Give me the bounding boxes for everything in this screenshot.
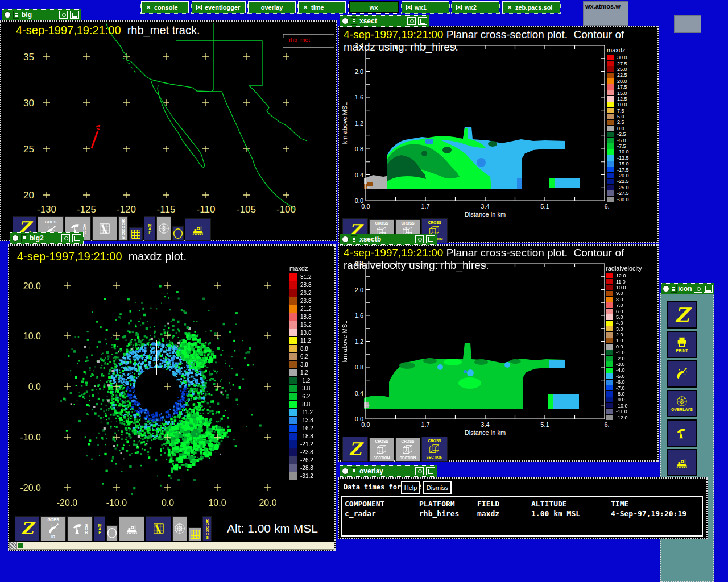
grid-icon[interactable]: [188, 527, 201, 541]
grid-radar-icon-active[interactable]: [146, 516, 171, 541]
svg-text:km above MSL: km above MSL: [341, 102, 348, 144]
colorbar-entry: 25.0: [607, 66, 629, 72]
fold-icon[interactable]: [70, 11, 79, 19]
big2-titlebar[interactable]: big2: [10, 232, 84, 244]
document-icon[interactable]: [351, 235, 357, 243]
xsect-titlebar[interactable]: xsect: [340, 15, 429, 27]
map-plot[interactable]: rhb_met 35302520 -130-125-120-115-110-10…: [11, 23, 334, 215]
document-icon[interactable]: [671, 285, 677, 293]
big2-x-labels: -20.0-10.00.010.020.0: [57, 498, 277, 508]
print-icon[interactable]: PRINT: [667, 331, 697, 358]
window-menu-icon[interactable]: [4, 11, 11, 18]
document-icon[interactable]: [21, 234, 27, 242]
fold-icon[interactable]: [72, 234, 81, 242]
column-header: COMPONENT: [342, 499, 417, 509]
surface-radar-icon[interactable]: SUR: [67, 516, 93, 541]
iconify-icon[interactable]: [415, 235, 424, 243]
grid-icon[interactable]: [129, 227, 143, 241]
radar-rings-icon[interactable]: [156, 216, 171, 241]
help-button[interactable]: Help: [401, 481, 420, 494]
circle-icon[interactable]: [172, 226, 184, 241]
bounds-icon[interactable]: BOUNDS: [118, 216, 128, 241]
colorbar-entry: 23.8: [289, 297, 313, 305]
taskbar-button-console[interactable]: console: [141, 1, 189, 13]
big2-y-labels: 20.010.00.0-10.0-20.0: [20, 281, 42, 493]
table-row[interactable]: c_radar rhb_hires maxdz 1.00 km MSL 4-Se…: [342, 509, 702, 518]
document-icon[interactable]: [13, 11, 19, 19]
document-icon[interactable]: [351, 467, 357, 475]
colorbar-entry: -17.5: [607, 167, 629, 172]
data-times-table[interactable]: COMPONENT PLATFORM FIELD ALTITUDE TIME c…: [341, 496, 703, 537]
cell-altitude: 1.00 km MSL: [529, 509, 609, 518]
taskbar-button-time[interactable]: time: [298, 1, 346, 13]
icon-titlebar[interactable]: icon: [661, 283, 714, 294]
colorbar-entry: -3.0: [606, 361, 642, 367]
overlay-titlebar[interactable]: overlay: [340, 465, 437, 477]
cross-section-icon-active[interactable]: CROSSSECTION: [421, 436, 448, 462]
window-menu-icon[interactable]: [342, 18, 349, 24]
document-icon[interactable]: [351, 17, 357, 25]
window-menu-icon[interactable]: [342, 468, 349, 475]
colorbar-entry: -11.0: [606, 409, 642, 414]
big-window: rhb_met 35302520 -130-125-120-115-110-10…: [0, 20, 337, 241]
colorbar-entry: 9.0: [606, 290, 642, 296]
iconify-icon[interactable]: [407, 17, 416, 25]
taskbar-button-wx1[interactable]: wx1: [402, 1, 449, 13]
bounds-icon[interactable]: BOUNDS: [202, 516, 212, 541]
wx-atmos-window-stub[interactable]: wx.atmos.w: [583, 1, 628, 26]
iconify-icon[interactable]: [59, 11, 68, 19]
scrollbar-thumb[interactable]: [18, 543, 23, 548]
iconify-icon[interactable]: [415, 467, 424, 475]
colorbar-entry: -9.0: [606, 397, 642, 402]
ship-icon[interactable]: [185, 218, 211, 241]
zebra-logo-icon[interactable]: Z: [667, 301, 697, 329]
radar-dish-icon[interactable]: [667, 419, 697, 447]
colorbar-entry: 27.5: [607, 60, 629, 66]
slate-window-stub[interactable]: [674, 15, 701, 33]
ship-icon[interactable]: [119, 516, 144, 541]
zebra-logo-icon[interactable]: Z: [15, 516, 39, 541]
taskbar-label: wx1: [415, 4, 427, 11]
colorbar-entry: 4.0: [606, 320, 642, 326]
colorbar-entry: -2.0: [606, 355, 642, 361]
dismiss-button[interactable]: Dismiss: [423, 481, 452, 494]
radar-rings-icon[interactable]: [172, 516, 187, 541]
taskbar-button-zeb-pacs-sol[interactable]: zeb.pacs.sol: [502, 1, 560, 13]
iconify-icon[interactable]: [694, 285, 702, 293]
colorbar-entry: -2.5: [607, 131, 629, 137]
map-overlay-icon[interactable]: MAP: [144, 216, 155, 241]
grid-radar-icon[interactable]: [92, 216, 117, 241]
map-overlay-icon[interactable]: MAP: [94, 516, 105, 541]
cross-section-icon[interactable]: CROSSSECTION: [369, 438, 394, 462]
overlays-icon[interactable]: OVERLAYS: [667, 390, 697, 417]
taskbar-button-wx[interactable]: wx: [349, 1, 399, 13]
scrollbar-anchor[interactable]: [10, 542, 17, 549]
svg-text:-110: -110: [197, 204, 216, 215]
colorbar-entry: 22.5: [607, 72, 629, 78]
goes-ir-icon[interactable]: GOESIR: [40, 516, 66, 541]
iconify-icon[interactable]: [61, 234, 70, 242]
circle-icon[interactable]: [106, 525, 118, 541]
zebra-logo-icon[interactable]: Z: [342, 436, 368, 462]
table-header-row: COMPONENT PLATFORM FIELD ALTITUDE TIME: [342, 499, 702, 509]
taskbar-button-eventlogger[interactable]: eventlogger: [192, 1, 246, 13]
taskbar-button-wx2[interactable]: wx2: [452, 1, 499, 13]
fold-icon[interactable]: [426, 235, 435, 243]
fold-icon[interactable]: [418, 17, 427, 25]
fold-icon[interactable]: [426, 467, 435, 475]
satellite-dish-icon[interactable]: [667, 360, 697, 388]
xsectb-titlebar[interactable]: xsectb: [340, 234, 437, 245]
xsectb-colorbar: radialvelocity 12.011.010.09.08.07.06.05…: [606, 265, 642, 421]
window-menu-icon[interactable]: [342, 236, 349, 243]
taskbar-button-overlay[interactable]: overlay: [248, 1, 296, 13]
window-menu-icon[interactable]: [12, 235, 19, 242]
window-menu-icon[interactable]: [663, 285, 669, 292]
cross-section-icon[interactable]: CROSSSECTION: [395, 438, 420, 462]
big2-title: 4-sep-1997,19:21:00 maxdz plot.: [17, 250, 187, 263]
ship-icon[interactable]: [667, 449, 697, 476]
fold-icon[interactable]: [704, 285, 713, 293]
big-titlebar[interactable]: big: [2, 9, 81, 20]
horizontal-scrollbar[interactable]: [9, 542, 334, 550]
svg-text:20: 20: [23, 190, 34, 201]
svg-text:5.1: 5.1: [540, 421, 549, 428]
